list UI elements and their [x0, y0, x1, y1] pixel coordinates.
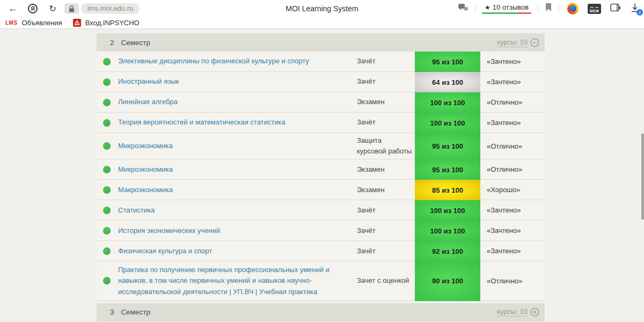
expand-icon[interactable]: [530, 308, 539, 317]
course-row: Статистика Зачёт 100 из 100 «Зачтено»: [97, 200, 545, 221]
separator: [475, 4, 475, 13]
new-badge-dash: [590, 7, 598, 8]
vertical-scrollbar[interactable]: [641, 134, 644, 219]
score-cell: 100 из 100: [415, 200, 480, 221]
exam-type: Зачёт: [357, 113, 415, 133]
rating-bar: [482, 12, 531, 14]
score-cell: 95 из 100: [415, 159, 480, 180]
exam-type: Зачет с оценкой: [357, 261, 415, 300]
semester-2-header: 2 Семестр курсы: 10: [97, 33, 545, 52]
course-row: Теория вероятностей и математическая ста…: [97, 113, 545, 133]
course-cell: Иностранный язык: [97, 72, 357, 92]
course-cell: История экономических учений: [97, 221, 357, 240]
bookmarks-bar: LMS Объявления Вход.INPSYCHO: [0, 17, 644, 29]
courses-count-link[interactable]: курсы: 10: [497, 308, 528, 317]
course-link[interactable]: Микроэкономика: [118, 141, 173, 151]
score-cell: 95 из 100: [415, 52, 480, 72]
grade: «Хорошо»: [480, 180, 545, 200]
score-cell: 92 из 100: [415, 241, 480, 261]
course-link[interactable]: Макроэкономика: [118, 185, 173, 195]
course-table-body: Элективные дисциплины по физической куль…: [97, 52, 545, 301]
exam-type: Защита курсовой работы: [357, 133, 415, 159]
bookmark-announcements[interactable]: Объявления: [22, 19, 62, 27]
status-dot-icon: [103, 186, 111, 194]
score-cell: 64 из 100: [415, 72, 480, 92]
exam-type: Зачёт: [357, 72, 415, 92]
status-dot-icon: [103, 99, 111, 106]
semester-number: 3: [110, 308, 114, 316]
grades-table: 2 Семестр курсы: 10 Элективные дисциплин…: [97, 33, 545, 321]
score-cell: 90 из 100: [415, 261, 480, 301]
extension-icon[interactable]: [567, 3, 579, 14]
semester-label: Семестр: [121, 308, 151, 316]
star-icon: ★: [485, 4, 491, 11]
separator: [538, 4, 538, 13]
course-link[interactable]: Практика по получению первичных професси…: [118, 265, 349, 297]
reviews-button[interactable]: ★ 10 отзывов: [482, 3, 531, 14]
new-extension-icon[interactable]: NEW: [588, 4, 601, 14]
status-dot-icon: [103, 78, 111, 86]
grade: «Зачтено»: [480, 221, 545, 240]
course-cell: Практика по получению первичных професси…: [97, 261, 357, 300]
bookmark-icon[interactable]: [545, 3, 552, 14]
status-dot-icon: [103, 58, 111, 65]
course-row: Элективные дисциплины по физической куль…: [97, 52, 545, 72]
status-dot-icon: [103, 227, 111, 235]
new-badge-label: NEW: [590, 9, 599, 13]
grade: «Зачтено»: [480, 241, 545, 261]
semester-2-toggle[interactable]: курсы: 10: [497, 38, 539, 47]
grade: «Зачтено»: [480, 52, 545, 71]
semester-3-toggle[interactable]: курсы: 10: [497, 308, 539, 317]
downloads-button[interactable]: 2: [630, 3, 641, 14]
collapse-icon[interactable]: [530, 38, 539, 47]
side-panel-icon[interactable]: [610, 3, 621, 14]
grade: «Отлично»: [480, 159, 545, 179]
course-cell: Элективные дисциплины по физической куль…: [97, 52, 357, 71]
exam-type: Зачёт: [357, 221, 415, 240]
browser-toolbar: ← Я ↻ lms.moi.edu.ru MOI Learning System…: [0, 0, 644, 17]
course-link[interactable]: Теория вероятностей и математическая ста…: [118, 117, 286, 128]
exam-type: Экзамен: [357, 180, 415, 200]
course-row: Иностранный язык Зачёт 64 из 100 «Зачтен…: [97, 72, 545, 92]
semester-3-header: 3 Семестр курсы: 10: [97, 303, 545, 321]
semester-number: 2: [110, 39, 114, 47]
semester-label: Семестр: [121, 39, 151, 47]
exam-type: Экзамен: [357, 92, 415, 112]
course-row: Макроэкономика Экзамен 85 из 100 «Хорошо…: [97, 180, 545, 200]
course-link[interactable]: Микроэкономика: [118, 164, 173, 175]
course-cell: Макроэкономика: [97, 180, 357, 200]
exam-type: Экзамен: [357, 159, 415, 179]
grade: «Зачтено»: [480, 72, 545, 92]
inpsycho-favicon: [73, 19, 81, 27]
exam-type: Зачёт: [357, 200, 415, 220]
course-cell: Линейная алгебра: [97, 92, 357, 112]
course-cell: Теория вероятностей и математическая ста…: [97, 113, 357, 133]
extension-icon-center: [570, 5, 576, 12]
course-row: Линейная алгебра Экзамен 100 из 100 «Отл…: [97, 92, 545, 113]
bookmark-inpsycho[interactable]: Вход.INPSYCHO: [85, 19, 140, 27]
grade: «Отлично»: [480, 92, 545, 112]
course-cell: Микроэкономика: [97, 133, 357, 159]
course-row: Микроэкономика Экзамен 95 из 100 «Отличн…: [97, 159, 545, 180]
score-cell: 100 из 100: [415, 221, 480, 241]
status-dot-icon: [103, 207, 111, 214]
course-row: История экономических учений Зачёт 100 и…: [97, 221, 545, 241]
course-row: Физическая культура и спорт Зачёт 92 из …: [97, 241, 545, 261]
protect-icon[interactable]: [458, 3, 469, 14]
exam-type: Зачёт: [357, 52, 415, 71]
course-link[interactable]: Иностранный язык: [118, 76, 179, 87]
courses-count-link[interactable]: курсы: 10: [497, 38, 528, 47]
score-cell: 100 из 100: [415, 113, 480, 133]
course-link[interactable]: Статистика: [118, 205, 155, 216]
exam-type: Зачёт: [357, 241, 415, 261]
course-cell: Физическая культура и спорт: [97, 241, 357, 261]
course-link[interactable]: Физическая культура и спорт: [118, 246, 212, 257]
grade: «Отлично»: [480, 261, 545, 300]
status-dot-icon: [103, 119, 111, 127]
reviews-label: 10 отзывов: [493, 3, 529, 11]
downloads-count-badge: 2: [636, 9, 643, 16]
course-link[interactable]: Элективные дисциплины по физической куль…: [118, 56, 309, 67]
course-link[interactable]: История экономических учений: [118, 225, 220, 236]
course-link[interactable]: Линейная алгебра: [118, 97, 178, 107]
grade: «Зачтено»: [480, 113, 545, 133]
